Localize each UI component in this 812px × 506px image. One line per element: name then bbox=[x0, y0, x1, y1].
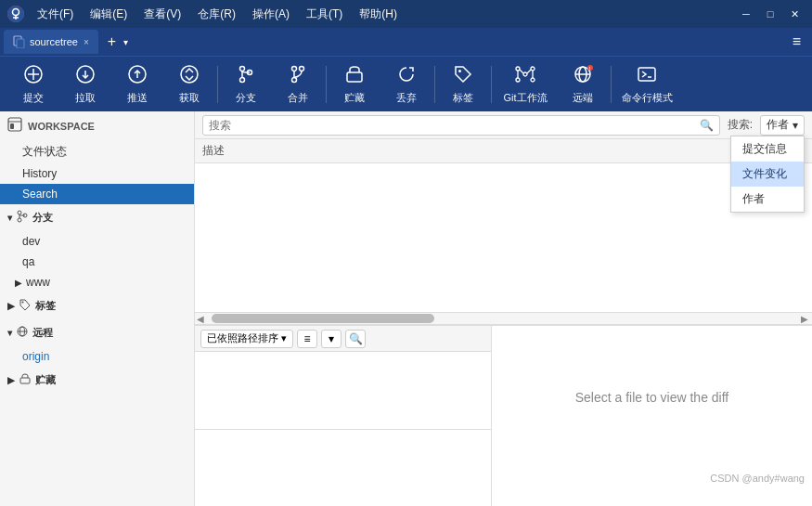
add-tab-button[interactable]: + bbox=[102, 33, 122, 50]
search-dropdown-arrow-icon: ▾ bbox=[793, 119, 798, 132]
svg-line-32 bbox=[527, 70, 531, 73]
file-list bbox=[195, 352, 491, 506]
diff-placeholder-text: Select a file to view the diff bbox=[575, 326, 729, 469]
view-arrow-button[interactable]: ▾ bbox=[321, 330, 342, 348]
view-toggle-button[interactable]: ≡ bbox=[297, 330, 317, 348]
filter-commit-info[interactable]: 提交信息 bbox=[731, 136, 804, 162]
svg-rect-51 bbox=[20, 378, 30, 383]
search-input[interactable] bbox=[209, 119, 700, 132]
horizontal-scrollbar[interactable]: ◀ ▶ bbox=[195, 312, 812, 325]
discard-button[interactable]: 丢弃 bbox=[380, 59, 432, 110]
fetch-button[interactable]: 获取 bbox=[163, 59, 215, 110]
menu-action[interactable]: 操作(A) bbox=[245, 5, 297, 24]
toolbar-divider-1 bbox=[217, 66, 218, 103]
svg-point-27 bbox=[531, 67, 535, 71]
tab-bar: sourcetree × + ▾ ≡ bbox=[0, 28, 812, 56]
sidebar-item-file-status[interactable]: 文件状态 bbox=[0, 140, 194, 163]
branch-label: 分支 bbox=[236, 91, 256, 105]
minimize-button[interactable]: ─ bbox=[736, 6, 756, 22]
terminal-button[interactable]: 命令行模式 bbox=[613, 59, 680, 110]
stash-button[interactable]: 贮藏 bbox=[329, 59, 380, 110]
tags-arrow-icon: ▶ bbox=[7, 301, 15, 311]
hamburger-menu-icon[interactable]: ≡ bbox=[785, 33, 808, 50]
svg-point-43 bbox=[18, 211, 21, 214]
search-input-icon: 🔍 bbox=[700, 119, 714, 132]
workspace-label: WORKSPACE bbox=[28, 121, 95, 132]
sidebar: WORKSPACE 文件状态 History Search ▾ 分支 dev q… bbox=[0, 111, 195, 506]
window-controls: ─ □ ✕ bbox=[736, 6, 805, 22]
app-logo bbox=[7, 6, 24, 22]
sidebar-item-history[interactable]: History bbox=[0, 163, 194, 184]
remotes-arrow-icon: ▾ bbox=[7, 328, 12, 338]
tab-close-icon[interactable]: × bbox=[84, 37, 89, 47]
search-dropdown[interactable]: 作者 ▾ bbox=[760, 115, 805, 136]
branches-arrow-icon: ▾ bbox=[7, 213, 12, 223]
sidebar-section-remotes[interactable]: ▾ 远程 bbox=[0, 319, 194, 346]
sort-arrow-icon: ▾ bbox=[281, 332, 287, 344]
sort-dropdown[interactable]: 已依照路径排序 ▾ bbox=[200, 330, 293, 348]
sidebar-item-qa[interactable]: qa bbox=[0, 252, 194, 272]
tab-item[interactable]: sourcetree × bbox=[4, 30, 98, 54]
remote-button[interactable]: ! 远端 bbox=[557, 59, 609, 110]
svg-rect-5 bbox=[17, 39, 24, 48]
www-label: www bbox=[26, 276, 50, 289]
table-body[interactable] bbox=[195, 163, 812, 312]
filter-author[interactable]: 作者 bbox=[731, 187, 804, 212]
tags-label: 标签 bbox=[35, 299, 56, 313]
discard-label: 丢弃 bbox=[396, 91, 417, 105]
sidebar-item-origin[interactable]: origin bbox=[0, 346, 194, 367]
svg-point-15 bbox=[240, 78, 245, 83]
branch-button[interactable]: 分支 bbox=[220, 59, 272, 110]
push-button[interactable]: 推送 bbox=[111, 59, 163, 110]
svg-point-25 bbox=[516, 78, 520, 82]
commit-button[interactable]: 提交 bbox=[7, 59, 59, 110]
gitflow-button[interactable]: Git工作流 bbox=[494, 59, 557, 110]
menu-file[interactable]: 文件(F) bbox=[30, 5, 81, 24]
filter-file-changes[interactable]: 文件变化 bbox=[731, 162, 804, 187]
h-scroll-right-icon[interactable]: ▶ bbox=[801, 314, 808, 324]
sidebar-section-branches[interactable]: ▾ 分支 bbox=[0, 204, 194, 231]
sidebar-item-search[interactable]: Search bbox=[0, 184, 194, 204]
svg-point-44 bbox=[18, 218, 21, 222]
menu-help[interactable]: 帮助(H) bbox=[352, 5, 405, 24]
file-search-button[interactable]: 🔍 bbox=[345, 330, 366, 348]
sidebar-section-tags[interactable]: ▶ 标签 bbox=[0, 292, 194, 319]
menu-tools[interactable]: 工具(T) bbox=[299, 5, 350, 24]
branches-icon bbox=[16, 210, 29, 226]
restore-button[interactable]: □ bbox=[760, 6, 780, 22]
sort-label: 已依照路径排序 bbox=[207, 331, 278, 345]
stash-icon bbox=[343, 63, 366, 88]
push-icon bbox=[126, 63, 148, 88]
close-button[interactable]: ✕ bbox=[784, 6, 805, 22]
staged-files bbox=[195, 352, 491, 429]
toolbar-divider-4 bbox=[491, 66, 492, 103]
terminal-label: 命令行模式 bbox=[622, 91, 673, 105]
menu-repo[interactable]: 仓库(R) bbox=[190, 5, 243, 24]
column-header-desc: 描述 bbox=[195, 143, 803, 159]
stashes-arrow-icon: ▶ bbox=[7, 375, 15, 385]
menu-view[interactable]: 查看(V) bbox=[136, 5, 188, 24]
pull-button[interactable]: 拉取 bbox=[59, 59, 111, 110]
svg-point-47 bbox=[22, 302, 24, 304]
main-layout: WORKSPACE 文件状态 History Search ▾ 分支 dev q… bbox=[0, 111, 812, 506]
svg-point-18 bbox=[292, 67, 297, 71]
tag-button[interactable]: 标签 bbox=[437, 59, 489, 110]
tab-menu-arrow[interactable]: ▾ bbox=[123, 37, 128, 47]
file-panel-toolbar: 已依照路径排序 ▾ ≡ ▾ 🔍 bbox=[195, 326, 491, 352]
menu-edit[interactable]: 编辑(E) bbox=[83, 5, 135, 24]
sidebar-item-www[interactable]: ▶ www bbox=[0, 272, 194, 292]
unstaged-files bbox=[195, 429, 491, 507]
sidebar-item-dev[interactable]: dev bbox=[0, 231, 194, 252]
merge-button[interactable]: 合并 bbox=[272, 59, 324, 110]
search-dropdown-wrap: 作者 ▾ 提交信息 文件变化 作者 bbox=[760, 115, 805, 136]
h-scroll-left-icon[interactable]: ◀ bbox=[197, 314, 204, 324]
pull-icon bbox=[74, 63, 97, 88]
tag-icon bbox=[452, 63, 474, 88]
h-scroll-thumb[interactable] bbox=[212, 314, 434, 323]
svg-point-19 bbox=[292, 78, 297, 83]
svg-rect-42 bbox=[10, 123, 14, 129]
toolbar-divider-5 bbox=[611, 66, 612, 103]
push-label: 推送 bbox=[127, 91, 148, 105]
sidebar-section-stashes[interactable]: ▶ 贮藏 bbox=[0, 367, 194, 393]
commit-icon bbox=[22, 63, 45, 88]
